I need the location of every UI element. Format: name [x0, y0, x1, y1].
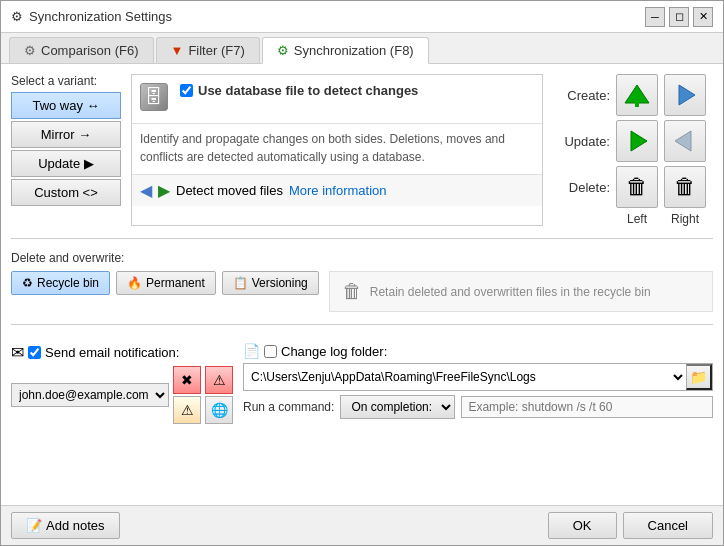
delete-left-button[interactable]: 🗑	[616, 166, 658, 208]
left-right-labels: Left Right	[616, 212, 706, 226]
tab-filter[interactable]: ▼ Filter (F7)	[156, 37, 260, 63]
use-database-row: Use database file to detect changes	[180, 83, 418, 98]
window-icon: ⚙	[11, 9, 23, 24]
description-area: 🗄 Use database file to detect changes Id…	[131, 74, 543, 226]
svg-marker-2	[679, 85, 695, 105]
db-icon-visual: 🗄	[140, 83, 168, 111]
delete-label: Delete:	[560, 180, 610, 195]
delete-row: Delete: 🗑 🗑	[560, 166, 706, 208]
sync-icon: ⚙	[277, 43, 289, 58]
footer: 📝 Add notes OK Cancel	[1, 505, 723, 545]
command-mode-select[interactable]: On completion:	[340, 395, 455, 419]
create-label: Create:	[560, 88, 610, 103]
version-icon: 📋	[233, 276, 248, 290]
log-header-label: Change log folder:	[281, 344, 387, 359]
detect-right-arrow: ▶	[158, 181, 170, 200]
minimize-button[interactable]: ─	[645, 7, 665, 27]
command-row: Run a command: On completion:	[243, 395, 713, 419]
window-title: Synchronization Settings	[29, 9, 172, 24]
log-folder-checkbox[interactable]	[264, 345, 277, 358]
email-action-buttons: ✖ ⚠	[173, 366, 201, 424]
envelope-icon: ✉	[11, 343, 24, 362]
main-content: Select a variant: Two way ↔ Mirror → Upd…	[1, 64, 723, 505]
close-button[interactable]: ✕	[693, 7, 713, 27]
log-header: 📄 Change log folder:	[243, 343, 713, 359]
restore-button[interactable]: ◻	[669, 7, 689, 27]
delete-section-label: Delete and overwrite:	[11, 251, 713, 265]
arrows-panel: Create: Update:	[553, 74, 713, 226]
email-checkbox[interactable]	[28, 346, 41, 359]
delete-options: ♻ Recycle bin 🔥 Permanent 📋 Versioning	[11, 271, 319, 295]
detect-label: Detect moved files	[176, 183, 283, 198]
email-select[interactable]: john.doe@example.com	[11, 383, 169, 407]
create-left-button[interactable]	[616, 74, 658, 116]
recycle-desc-icon: 🗑	[342, 280, 362, 303]
recycle-description: 🗑 Retain deleted and overwritten files i…	[329, 271, 713, 312]
top-section: Select a variant: Two way ↔ Mirror → Upd…	[11, 74, 713, 226]
gear-icon: ⚙	[24, 43, 36, 58]
use-database-label: Use database file to detect changes	[198, 83, 418, 98]
divider-1	[11, 238, 713, 239]
tab-comparison[interactable]: ⚙ Comparison (F6)	[9, 37, 154, 63]
title-bar-left: ⚙ Synchronization Settings	[11, 9, 172, 24]
tab-sync[interactable]: ⚙ Synchronization (F8)	[262, 37, 429, 64]
email-warning-button[interactable]: ⚠	[173, 396, 201, 424]
permanent-button[interactable]: 🔥 Permanent	[116, 271, 216, 295]
delete-section: Delete and overwrite: ♻ Recycle bin 🔥 Pe…	[11, 251, 713, 312]
tabs-bar: ⚙ Comparison (F6) ▼ Filter (F7) ⚙ Synchr…	[1, 33, 723, 64]
command-input[interactable]	[461, 396, 713, 418]
recycle-icon: ♻	[22, 276, 33, 290]
title-bar: ⚙ Synchronization Settings ─ ◻ ✕	[1, 1, 723, 33]
email-section: ✉ Send email notification: john.doe@exam…	[11, 343, 233, 424]
description-text: Identify and propagate changes on both s…	[132, 124, 542, 174]
variant-label: Select a variant:	[11, 74, 121, 88]
title-bar-controls: ─ ◻ ✕	[645, 7, 713, 27]
footer-right: OK Cancel	[548, 512, 713, 539]
svg-marker-4	[675, 131, 691, 151]
log-browse-button[interactable]: 📁	[686, 364, 712, 390]
more-info-link[interactable]: More information	[289, 183, 387, 198]
update-right-button[interactable]	[664, 120, 706, 162]
log-path: C:\Users\Zenju\AppData\Roaming\FreeFileS…	[243, 363, 713, 391]
delete-right-button[interactable]: 🗑	[664, 166, 706, 208]
variant-update[interactable]: Update ▶	[11, 150, 121, 177]
update-left-button[interactable]	[616, 120, 658, 162]
footer-left: 📝 Add notes	[11, 512, 120, 539]
add-notes-button[interactable]: 📝 Add notes	[11, 512, 120, 539]
create-row: Create:	[560, 74, 706, 116]
variant-custom[interactable]: Custom <>	[11, 179, 121, 206]
fire-icon: 🔥	[127, 276, 142, 290]
ok-button[interactable]: OK	[548, 512, 617, 539]
create-right-button[interactable]	[664, 74, 706, 116]
variant-two-way[interactable]: Two way ↔	[11, 92, 121, 119]
email-globe-button[interactable]: 🌐	[205, 396, 233, 424]
left-label: Left	[616, 212, 658, 226]
database-icon: 🗄	[140, 83, 172, 115]
recycle-bin-button[interactable]: ♻ Recycle bin	[11, 271, 110, 295]
email-extra-buttons: ⚠ 🌐	[205, 366, 233, 424]
email-header: ✉ Send email notification:	[11, 343, 233, 362]
detect-moved-row: ◀ ▶ Detect moved files More information	[132, 174, 542, 206]
email-header-label: Send email notification:	[45, 345, 179, 360]
divider-2	[11, 324, 713, 325]
notes-icon: 📝	[26, 518, 42, 533]
right-label: Right	[664, 212, 706, 226]
variant-mirror[interactable]: Mirror →	[11, 121, 121, 148]
detect-left-arrow: ◀	[140, 181, 152, 200]
log-section: 📄 Change log folder: C:\Users\Zenju\AppD…	[243, 343, 713, 424]
log-icon: 📄	[243, 343, 260, 359]
cancel-button[interactable]: Cancel	[623, 512, 713, 539]
email-add-button[interactable]: ✖	[173, 366, 201, 394]
filter-icon: ▼	[171, 43, 184, 58]
bottom-section: ✉ Send email notification: john.doe@exam…	[11, 337, 713, 430]
main-window: ⚙ Synchronization Settings ─ ◻ ✕ ⚙ Compa…	[0, 0, 724, 546]
log-path-select[interactable]: C:\Users\Zenju\AppData\Roaming\FreeFileS…	[244, 366, 686, 388]
description-top: 🗄 Use database file to detect changes	[132, 75, 542, 124]
svg-marker-3	[631, 131, 647, 151]
update-label: Update:	[560, 134, 610, 149]
email-config-button[interactable]: ⚠	[205, 366, 233, 394]
update-row: Update:	[560, 120, 706, 162]
use-database-checkbox[interactable]	[180, 84, 193, 97]
variant-group: Select a variant: Two way ↔ Mirror → Upd…	[11, 74, 121, 226]
versioning-button[interactable]: 📋 Versioning	[222, 271, 319, 295]
